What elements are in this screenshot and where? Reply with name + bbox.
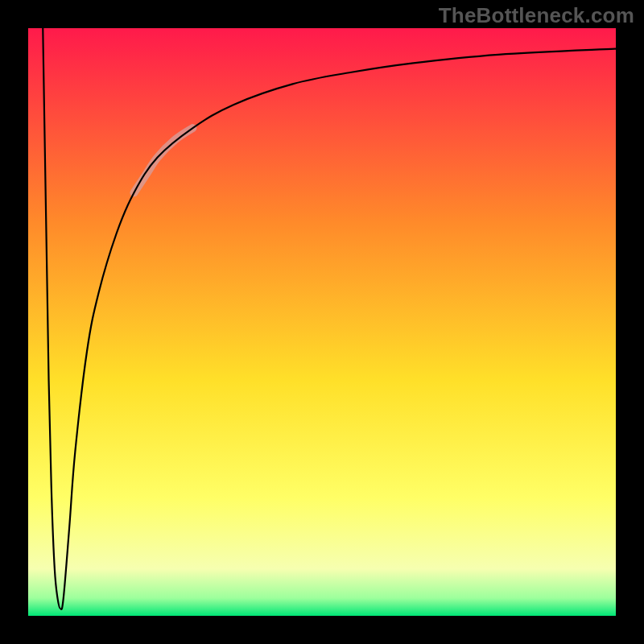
gradient-background [28, 28, 616, 616]
watermark-text: TheBottleneck.com [439, 3, 634, 28]
plot-area [28, 28, 616, 616]
chart-frame: TheBottleneck.com [0, 0, 644, 644]
chart-svg [28, 28, 616, 616]
